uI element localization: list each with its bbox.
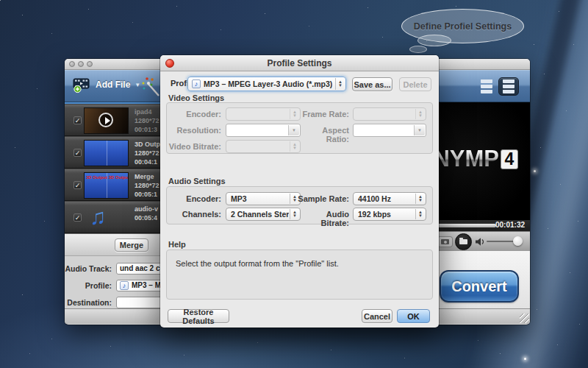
sample-rate-dropdown[interactable]: 44100 Hz ▲▼ [353,192,426,205]
merge-button[interactable]: Merge [115,238,148,252]
thought-bubble-trail [409,46,427,53]
camera-icon [441,239,449,244]
speaker-icon[interactable] [475,237,486,247]
popup-stepper-icon: ▲▼ [415,109,425,119]
restore-defaults-button[interactable]: Restore Defaults [168,309,229,323]
add-file-icon [72,76,91,93]
resolution-combo[interactable]: ▼ [226,124,301,137]
file-checkbox[interactable]: ✓ [74,116,82,124]
video-thumbnail [84,140,129,166]
video-settings-title: Video Settings [168,93,224,102]
aspect-ratio-combo[interactable]: ▼ [353,124,426,137]
stars [0,0,1,1]
video-bitrate-label: Video Bitrate: [167,142,221,151]
help-text: Select the output format from the "Profi… [176,259,423,268]
mp3-icon: ♪ [120,281,129,290]
thought-bubble-text: Define Profiel Settings [414,21,512,32]
dialog-titlebar[interactable]: Profile Settings [160,55,439,71]
save-as-button[interactable]: Save as... [352,77,392,91]
help-group: Select the output format from the "Profi… [166,250,433,300]
zoom-icon[interactable] [87,61,93,67]
file-checkbox[interactable]: ✓ [74,213,82,222]
popup-stepper-icon: ▲▼ [335,78,345,90]
sample-rate-label: Sample Rate: [298,194,349,203]
bright-star [534,170,536,172]
video-bitrate-dropdown[interactable]: ▲▼ [226,140,301,153]
profile-label: Profile: [65,281,112,290]
popup-stepper-icon: ▲▼ [290,109,299,119]
add-file-button[interactable]: Add File ▼ [72,76,140,93]
channels-label: Channels: [167,210,221,219]
encoder-label: Encoder: [167,110,221,118]
help-title: Help [168,240,186,249]
popup-stepper-icon: ▲▼ [415,209,425,219]
list-view-small-button[interactable] [481,79,492,93]
convert-button[interactable]: Convert [440,270,519,302]
audio-settings-title: Audio Settings [168,177,226,185]
profile-dropdown[interactable]: ♪ MP3 – MPEG Layer-3 Audio (*.mp3) ▲▼ [187,77,346,91]
popup-stepper-icon: ▲▼ [415,194,425,204]
audio-encoder-dropdown[interactable]: MP3 ▲▼ [226,192,301,205]
close-icon[interactable] [69,61,75,67]
dialog-title: Profile Settings [267,58,331,68]
video-encoder-dropdown[interactable]: ▲▼ [226,107,301,121]
audio-track-label: Audio Track: [65,264,112,273]
file-checkbox[interactable]: ✓ [74,181,82,189]
mp3-icon: ♪ [192,79,201,88]
chevron-down-icon[interactable]: ▼ [288,125,299,135]
file-info: ipad4 1280*72 00:01:3 [135,107,159,134]
file-info: 3D Outp 1280*72 00:04:1 [135,140,160,166]
video-thumbnail: 3D Output 3D Outpu [84,172,129,199]
list-view-large-button[interactable] [498,77,519,96]
time-display: 00:01:32 [495,221,525,229]
file-info: audio-v 00:05:4 [135,205,158,222]
resize-grip[interactable] [520,314,529,323]
volume-knob[interactable] [513,236,523,246]
list-view-large-icon [503,79,514,93]
minimize-icon[interactable] [78,61,84,67]
popup-stepper-icon: ▲▼ [290,141,299,152]
destination-label: Destination: [65,298,112,307]
close-icon[interactable] [165,59,174,68]
dialog-body: Profile: ♪ MP3 – MPEG Layer-3 Audio (*.m… [160,71,439,328]
profile-settings-dialog: Profile Settings Profile: ♪ MP3 – MPEG L… [160,55,439,328]
play-overlay-icon[interactable] [98,113,113,127]
frame-rate-dropdown[interactable]: ▲▼ [353,107,426,121]
snapshot-button[interactable] [437,236,453,247]
desktop: Define Profiel Settings Ad [0,0,588,368]
folder-icon [459,239,467,244]
video-settings-group: Encoder: ▲▼ Frame Rate: ▲▼ Resolution: ▼… [166,102,433,154]
view-mode-toggles [481,77,519,96]
ok-button[interactable]: OK [397,309,430,323]
chevron-down-icon: ▼ [135,82,140,88]
cancel-button[interactable]: Cancel [362,309,392,323]
resolution-label: Resolution: [167,126,221,135]
audio-bitrate-dropdown[interactable]: 192 kbps ▲▼ [353,208,426,221]
magic-wand-icon[interactable] [141,77,162,97]
thought-bubble-trail [417,35,451,46]
chevron-down-icon[interactable]: ▼ [414,125,425,135]
video-thumbnail [84,107,129,134]
delete-button[interactable]: Delete [399,77,431,91]
file-info: Merge 1280*72 00:05:1 [135,172,159,199]
channels-dropdown[interactable]: 2 Channels Stereo ▲▼ [226,208,301,221]
audio-settings-group: Encoder: MP3 ▲▼ Sample Rate: 44100 Hz ▲▼… [166,186,433,224]
frame-rate-label: Frame Rate: [299,110,349,118]
thumbnail-caption: 3D Output 3D Outpu [86,175,128,180]
add-file-label: Add File [96,79,130,90]
file-checkbox[interactable]: ✓ [74,149,82,157]
music-note-icon: ♫ [90,203,107,231]
encoder-label: Encoder: [167,194,221,203]
open-folder-button[interactable] [455,233,472,250]
audio-bitrate-label: Audio Bitrate: [298,210,349,227]
aspect-ratio-label: Aspect Ratio: [299,126,349,144]
bright-star [524,358,526,360]
